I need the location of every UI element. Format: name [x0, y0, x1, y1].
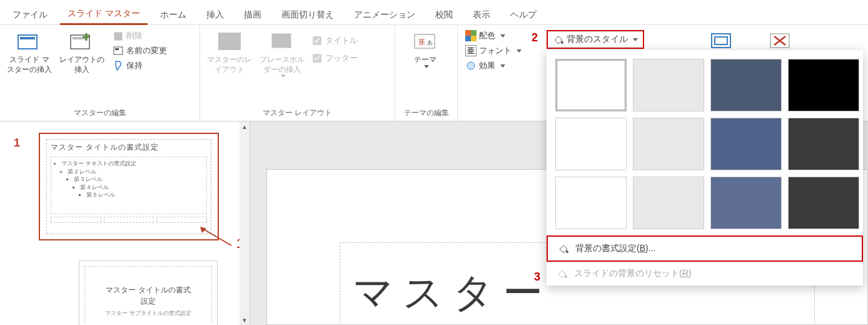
chevron-down-icon: [633, 38, 638, 41]
tab-insert[interactable]: 挿入: [199, 4, 231, 24]
insert-placeholder-label: プレースホルダーの挿入: [259, 55, 305, 75]
bg-style-swatch-6[interactable]: [710, 118, 782, 170]
format-background-menu-item[interactable]: 背景の書式設定(B)...: [547, 235, 863, 262]
annotation-2: 2: [532, 31, 538, 44]
format-background-label: 背景の書式設定(B)...: [575, 243, 655, 254]
tab-transitions[interactable]: 画面切り替え: [274, 4, 341, 24]
svg-point-27: [565, 276, 567, 278]
bg-style-swatch-10[interactable]: [710, 177, 782, 229]
colors-button[interactable]: 配色: [463, 29, 524, 43]
tab-slide-master[interactable]: スライド マスター: [60, 3, 148, 25]
chevron-down-icon: [424, 65, 429, 68]
master-layout-label: マスターのレイアウト: [206, 55, 253, 75]
ribbon-group-theme-edit: 亜あ テーマ テーマの編集: [395, 25, 458, 121]
colors-icon: [465, 30, 477, 41]
bg-style-swatch-5[interactable]: [633, 118, 704, 170]
themes-button[interactable]: 亜あ テーマ: [400, 28, 450, 71]
placeholder-icon: [270, 30, 295, 53]
delete-button: 削除: [110, 29, 169, 43]
insert-layout-button[interactable]: レイアウトの挿入: [58, 28, 106, 77]
bg-style-swatch-9[interactable]: [633, 177, 704, 229]
background-styles-grid: [547, 50, 863, 235]
reset-slide-background-label: スライドの背景のリセット(R): [574, 268, 691, 279]
ribbon-group-master-edit: スライド マスターの挿入 レイアウトの挿入 削除: [0, 25, 200, 121]
thumb-layout-subtitle: マスター サブタイトルの書式設定: [105, 309, 191, 318]
thumbnail-scrollbar[interactable]: ▲ ▼: [240, 121, 250, 325]
paint-bucket-icon: [553, 34, 564, 45]
thumb-layout-title-line2: 設定: [141, 296, 156, 307]
preserve-icon: [113, 60, 124, 71]
fonts-button[interactable]: 亜 フォント: [463, 44, 524, 58]
bg-style-swatch-8[interactable]: [555, 177, 627, 229]
title-chk-label: タイトル: [325, 35, 358, 46]
footer-chk-label: フッター: [325, 53, 358, 64]
tab-animations[interactable]: アニメーション: [346, 4, 423, 24]
layout-thumbnail[interactable]: マスター タイトルの書式 設定 マスター サブタイトルの書式設定: [79, 261, 218, 325]
svg-rect-1: [20, 37, 35, 39]
chevron-down-icon: [517, 49, 522, 53]
svg-rect-13: [221, 39, 229, 47]
svg-point-26: [566, 250, 568, 253]
effects-label: 効果: [479, 60, 495, 71]
layout-icon: [69, 30, 94, 53]
bg-style-swatch-7[interactable]: [788, 118, 859, 170]
thumb-master-title: マスター タイトルの書式設定: [51, 142, 207, 153]
group-label-master-edit: マスターの編集: [5, 105, 194, 120]
tab-help[interactable]: ヘルプ: [503, 4, 544, 24]
bg-style-swatch-4[interactable]: [555, 118, 627, 170]
bg-style-swatch-11[interactable]: [788, 177, 859, 229]
fonts-icon: 亜: [465, 45, 477, 56]
scroll-down-button[interactable]: ▼: [240, 315, 250, 325]
paint-bucket-icon: [557, 268, 568, 279]
bg-style-swatch-2[interactable]: [710, 59, 782, 111]
background-styles-button[interactable]: 背景のスタイル: [547, 30, 644, 49]
svg-rect-14: [230, 39, 238, 47]
ribbon-group-master-layout: マスターのレイアウト プレースホルダーの挿入 タイトル フッター: [200, 25, 395, 121]
tab-home[interactable]: ホーム: [153, 4, 194, 24]
master-layout-icon: [217, 30, 242, 53]
tab-view[interactable]: 表示: [465, 4, 498, 24]
annotation-1-left: 1: [14, 137, 20, 150]
fonts-label: フォント: [479, 45, 512, 56]
svg-rect-15: [272, 34, 291, 48]
tab-review[interactable]: 校閲: [428, 4, 460, 24]
svg-rect-22: [715, 37, 727, 44]
footer-checkbox: フッター: [310, 50, 360, 66]
svg-rect-10: [115, 48, 119, 50]
chevron-down-icon: [500, 64, 505, 68]
slide-master-thumbnail[interactable]: マスター タイトルの書式設定 マスター テキストの書式設定 第 2 レベル 第 …: [39, 133, 219, 240]
effects-button[interactable]: 効果: [463, 59, 524, 73]
tab-draw[interactable]: 描画: [236, 4, 269, 24]
themes-label: テーマ: [414, 55, 437, 65]
tab-file[interactable]: ファイル: [5, 4, 55, 24]
scroll-up-button[interactable]: ▲: [240, 121, 250, 132]
chevron-down-icon: [500, 34, 505, 38]
thumb-master-body: マスター テキストの書式設定 第 2 レベル 第 3 レベル 第 4 レベル 第…: [51, 157, 207, 214]
svg-rect-9: [114, 47, 123, 54]
effects-icon: [465, 60, 477, 71]
background-styles-dropdown: 背景の書式設定(B)... スライドの背景のリセット(R): [547, 50, 863, 286]
delete-label: 削除: [126, 30, 143, 41]
svg-text:亜: 亜: [418, 38, 425, 46]
bg-style-swatch-1[interactable]: [633, 59, 704, 111]
title-checkbox: タイトル: [310, 33, 360, 49]
slide-master-icon: [17, 30, 42, 53]
bg-style-swatch-0[interactable]: [555, 59, 627, 111]
right-ribbon-icons: [709, 31, 793, 50]
svg-rect-12: [221, 35, 238, 38]
svg-point-19: [467, 62, 475, 70]
slide-size-icon: [709, 31, 734, 50]
chevron-down-icon: [281, 75, 286, 78]
svg-point-20: [561, 41, 563, 44]
ribbon-group-background: 配色 亜 フォント 効果: [458, 25, 558, 121]
preserve-button[interactable]: 保持: [110, 59, 169, 73]
paint-bucket-icon: [558, 243, 569, 254]
insert-placeholder-button: プレースホルダーの挿入: [258, 28, 306, 80]
master-layout-button: マスターのレイアウト: [205, 28, 254, 77]
bg-style-swatch-3[interactable]: [788, 59, 859, 111]
delete-icon: [113, 30, 124, 41]
group-label-theme-edit: テーマの編集: [400, 105, 452, 120]
rename-button[interactable]: 名前の変更: [110, 44, 169, 58]
insert-slide-master-button[interactable]: スライド マスターの挿入: [5, 28, 54, 77]
background-styles-label: 背景のスタイル: [567, 34, 628, 45]
